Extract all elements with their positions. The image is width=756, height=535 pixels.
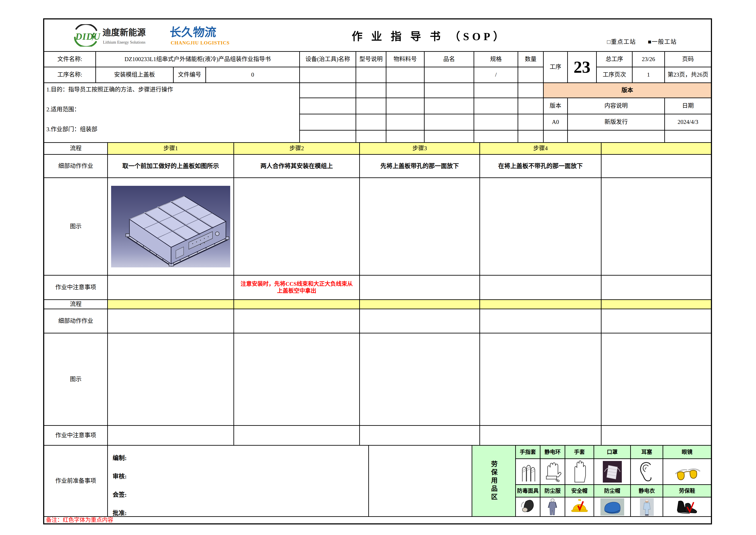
empty-cell — [360, 333, 480, 426]
caution-label-2: 作业中注意事项 — [44, 426, 108, 446]
svg-text:迪度新能源: 迪度新能源 — [102, 28, 146, 37]
empty-step-header — [602, 300, 711, 309]
empty-cell — [425, 83, 474, 98]
empty-cell — [518, 67, 544, 83]
empty-cell — [474, 130, 518, 143]
prepared-by-label: 编制: — [113, 454, 127, 462]
empty-cell — [356, 114, 387, 130]
page-info-value: 第23页，共26页 — [665, 67, 711, 83]
step3-header: 步骤3 — [360, 143, 480, 155]
empty-cell — [387, 83, 425, 98]
sop-sheet: DIDU 迪度新能源 Lithium Energy Solutions 长久物流… — [0, 0, 756, 535]
empty-cell — [425, 98, 474, 114]
flow-label-2: 流程 — [44, 300, 108, 309]
doc-no-label: 文件编号 — [174, 67, 206, 83]
esd-wrist-strap-icon — [543, 461, 562, 483]
svg-text:DIDU: DIDU — [75, 31, 101, 42]
empty-cell — [360, 426, 480, 446]
empty-cell — [425, 114, 474, 130]
svg-text:CHANGJIU LOGISTICS: CHANGJIU LOGISTICS — [171, 40, 230, 45]
empty-cell — [387, 98, 425, 114]
ppe-label-helmet: 安全帽 — [565, 485, 594, 497]
empty-cell — [474, 83, 518, 98]
empty-cell — [602, 309, 711, 333]
spec-value: / — [474, 67, 518, 83]
finger-cots-icon — [519, 461, 537, 483]
esd-garment-icon — [640, 498, 654, 516]
version-header: 版本 — [544, 83, 711, 98]
step4-header: 步骤4 — [480, 143, 602, 155]
version-desc-label: 内容说明 — [568, 98, 665, 114]
prep-label: 作业前准备事项 — [44, 446, 108, 517]
empty-cell — [300, 67, 356, 83]
purpose-block: 1.目的：指导员工按照正确的方法、步骤进行操作 2.适用范围： 3.作业部门：组… — [44, 83, 300, 143]
empty-cell — [234, 426, 360, 446]
ppe-label-glasses: 眼镜 — [663, 446, 711, 459]
ppe-label-esd-garment: 静电衣 — [631, 485, 663, 497]
footer-note: 备注：红色字体为重点内容 — [44, 517, 711, 523]
empty-cell — [356, 83, 387, 98]
ppe-label-finger-cots: 手指套 — [516, 446, 540, 459]
caution-label: 作业中注意事项 — [44, 276, 108, 300]
svg-text:长久物流: 长久物流 — [169, 26, 217, 39]
ppe-label-earplugs: 耳塞 — [631, 446, 663, 459]
model-label: 型号说明 — [356, 52, 387, 67]
empty-step-header — [108, 300, 234, 309]
approved-by-label: 批准: — [113, 509, 127, 517]
step-name-value: 安装模组上盖板 — [96, 67, 174, 83]
step-name-label: 工序名称: — [44, 67, 96, 83]
empty-cell — [480, 309, 602, 333]
empty-cell — [665, 130, 711, 143]
ppe-label-mask: 口罩 — [594, 446, 631, 459]
empty-cell — [387, 67, 425, 83]
empty-cell — [300, 130, 356, 143]
logo-area: DIDU 迪度新能源 Lithium Energy Solutions 长久物流… — [44, 24, 286, 47]
empty-step-header — [480, 300, 602, 309]
empty-cell — [480, 333, 602, 426]
cover-plate-cad-image — [111, 186, 230, 268]
dust-cap-icon — [601, 498, 624, 516]
ppe-label-respirator: 防毒面具 — [516, 485, 540, 497]
signature-block: 编制: 审核: 会签: 批准: — [108, 446, 369, 517]
department-line: 3.作业部门：组装部 — [46, 126, 97, 133]
empty-cell — [480, 178, 602, 276]
diagram-cell-step1 — [108, 178, 234, 276]
doc-name-label: 文件名称: — [44, 52, 96, 67]
empty-cell — [518, 83, 544, 98]
caution-step2-note: 注意安装时，先将CCS线束和大正大负线束从上盖板空中拿出 — [234, 276, 360, 300]
svg-text:Lithium Energy Solutions: Lithium Energy Solutions — [103, 40, 146, 44]
empty-cell — [356, 67, 387, 83]
equipment-label: 设备(治工具)名称 — [300, 52, 356, 67]
empty-cell — [234, 333, 360, 426]
product-name-label: 品名 — [425, 52, 474, 67]
empty-cell — [602, 155, 711, 178]
process-number: 23 — [568, 52, 597, 83]
ppe-label-safety-shoes: 劳保鞋 — [663, 485, 711, 497]
version-value: A0 — [544, 114, 568, 130]
document-frame: DIDU 迪度新能源 Lithium Energy Solutions 长久物流… — [43, 18, 712, 524]
general-station-checkbox: ■一般工站 — [648, 37, 677, 45]
ppe-icon-cell — [516, 497, 540, 517]
ppe-icon-cell — [565, 459, 594, 485]
spec-label: 规格 — [474, 52, 518, 67]
step4-detail: 在将上盖板不带孔的那一面放下 — [480, 155, 602, 178]
flow-label: 流程 — [44, 143, 108, 155]
empty-cell — [108, 333, 234, 426]
ppe-icon-cell — [540, 497, 565, 517]
step2-detail: 两人合作将其安装在模组上 — [234, 155, 360, 178]
ppe-label-dust-suit: 防尘服 — [540, 485, 565, 497]
page-title: 作 业 指 导 书 （SOP） — [286, 28, 573, 43]
empty-step-header — [360, 300, 480, 309]
ppe-icon-cell — [594, 497, 631, 517]
empty-cell — [369, 446, 472, 517]
empty-cell — [360, 276, 480, 300]
empty-cell — [602, 276, 711, 300]
reviewed-by-label: 审核: — [113, 473, 127, 480]
ppe-icon-cell — [540, 459, 565, 485]
empty-cell — [474, 114, 518, 130]
scope-line: 2.适用范围： — [46, 106, 80, 113]
empty-cell — [425, 67, 474, 83]
header-band: DIDU 迪度新能源 Lithium Energy Solutions 长久物流… — [44, 19, 711, 52]
ppe-icon-cell — [565, 497, 594, 517]
material-label: 物料料号 — [387, 52, 425, 67]
